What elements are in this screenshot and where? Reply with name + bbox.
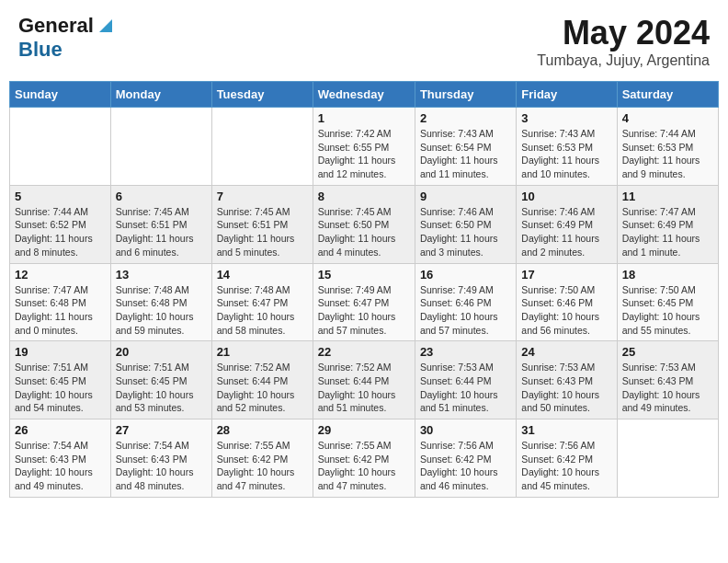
- calendar-week-row: 26Sunrise: 7:54 AMSunset: 6:43 PMDayligh…: [10, 419, 719, 498]
- calendar-day-cell: 24Sunrise: 7:53 AMSunset: 6:43 PMDayligh…: [517, 341, 617, 419]
- day-number: 7: [217, 190, 308, 203]
- day-number: 31: [521, 423, 611, 437]
- day-number: 21: [217, 345, 308, 359]
- day-number: 12: [15, 268, 106, 282]
- logo-blue-text: Blue: [18, 38, 63, 61]
- day-of-week-header: Thursday: [415, 82, 516, 108]
- calendar-day-cell: 4Sunrise: 7:44 AMSunset: 6:53 PMDaylight…: [617, 108, 718, 186]
- day-info: Sunrise: 7:56 AMSunset: 6:42 PMDaylight:…: [521, 439, 611, 493]
- calendar-day-cell: 11Sunrise: 7:47 AMSunset: 6:49 PMDayligh…: [617, 185, 718, 263]
- calendar-day-cell: 5Sunrise: 7:44 AMSunset: 6:52 PMDaylight…: [10, 185, 111, 263]
- day-info: Sunrise: 7:44 AMSunset: 6:52 PMDaylight:…: [15, 205, 106, 259]
- day-number: 22: [318, 345, 410, 359]
- day-number: 28: [217, 423, 308, 437]
- day-info: Sunrise: 7:49 AMSunset: 6:47 PMDaylight:…: [318, 283, 410, 338]
- day-number: 27: [116, 423, 207, 437]
- calendar-day-cell: 25Sunrise: 7:53 AMSunset: 6:43 PMDayligh…: [617, 341, 718, 419]
- calendar-day-cell: [211, 108, 313, 186]
- day-info: Sunrise: 7:50 AMSunset: 6:46 PMDaylight:…: [521, 283, 611, 338]
- day-number: 18: [622, 268, 713, 282]
- day-number: 11: [622, 190, 713, 203]
- day-info: Sunrise: 7:53 AMSunset: 6:43 PMDaylight:…: [521, 361, 611, 415]
- calendar-day-cell: 31Sunrise: 7:56 AMSunset: 6:42 PMDayligh…: [517, 419, 617, 498]
- day-info: Sunrise: 7:46 AMSunset: 6:50 PMDaylight:…: [420, 205, 511, 259]
- day-number: 16: [420, 268, 511, 282]
- day-info: Sunrise: 7:54 AMSunset: 6:43 PMDaylight:…: [116, 439, 207, 493]
- day-number: 30: [420, 423, 511, 437]
- page-header: General Blue May 2024 Tumbaya, Jujuy, Ar…: [9, 9, 719, 74]
- location-subtitle: Tumbaya, Jujuy, Argentina: [537, 52, 710, 69]
- day-info: Sunrise: 7:45 AMSunset: 6:50 PMDaylight:…: [318, 205, 410, 259]
- day-number: 5: [15, 190, 106, 203]
- calendar-day-cell: 13Sunrise: 7:48 AMSunset: 6:48 PMDayligh…: [110, 263, 211, 341]
- day-of-week-header: Monday: [110, 82, 211, 108]
- calendar-day-cell: 6Sunrise: 7:45 AMSunset: 6:51 PMDaylight…: [110, 185, 211, 263]
- day-number: 14: [217, 268, 308, 282]
- day-number: 9: [420, 190, 511, 203]
- day-of-week-header: Tuesday: [211, 82, 313, 108]
- day-info: Sunrise: 7:47 AMSunset: 6:49 PMDaylight:…: [622, 205, 713, 259]
- day-number: 17: [521, 268, 611, 282]
- calendar-day-cell: 22Sunrise: 7:52 AMSunset: 6:44 PMDayligh…: [313, 341, 415, 419]
- day-info: Sunrise: 7:55 AMSunset: 6:42 PMDaylight:…: [217, 439, 308, 493]
- calendar-day-cell: 14Sunrise: 7:48 AMSunset: 6:47 PMDayligh…: [211, 263, 313, 341]
- day-info: Sunrise: 7:47 AMSunset: 6:48 PMDaylight:…: [15, 283, 106, 338]
- day-info: Sunrise: 7:43 AMSunset: 6:54 PMDaylight:…: [420, 127, 511, 181]
- day-number: 8: [318, 190, 410, 203]
- logo-general-text: General: [18, 14, 94, 38]
- calendar-day-cell: 12Sunrise: 7:47 AMSunset: 6:48 PMDayligh…: [10, 263, 111, 341]
- calendar-week-row: 1Sunrise: 7:42 AMSunset: 6:55 PMDaylight…: [10, 108, 719, 186]
- day-of-week-header: Friday: [517, 82, 617, 108]
- day-of-week-header: Sunday: [10, 82, 111, 108]
- day-info: Sunrise: 7:52 AMSunset: 6:44 PMDaylight:…: [318, 361, 410, 415]
- day-info: Sunrise: 7:53 AMSunset: 6:44 PMDaylight:…: [420, 361, 511, 415]
- calendar-day-cell: [110, 108, 211, 186]
- day-info: Sunrise: 7:44 AMSunset: 6:53 PMDaylight:…: [622, 127, 713, 181]
- calendar-day-cell: 8Sunrise: 7:45 AMSunset: 6:50 PMDaylight…: [313, 185, 415, 263]
- calendar-day-cell: 21Sunrise: 7:52 AMSunset: 6:44 PMDayligh…: [211, 341, 313, 419]
- day-info: Sunrise: 7:51 AMSunset: 6:45 PMDaylight:…: [15, 361, 106, 415]
- calendar-day-cell: 2Sunrise: 7:43 AMSunset: 6:54 PMDaylight…: [415, 108, 516, 186]
- logo: General Blue: [18, 14, 116, 62]
- calendar-header-row: SundayMondayTuesdayWednesdayThursdayFrid…: [10, 82, 719, 108]
- day-of-week-header: Saturday: [617, 82, 718, 108]
- day-number: 6: [116, 190, 207, 203]
- day-of-week-header: Wednesday: [313, 82, 415, 108]
- day-number: 4: [622, 111, 713, 125]
- calendar-day-cell: 20Sunrise: 7:51 AMSunset: 6:45 PMDayligh…: [110, 341, 211, 419]
- calendar-week-row: 5Sunrise: 7:44 AMSunset: 6:52 PMDaylight…: [10, 185, 719, 263]
- month-year-title: May 2024: [537, 14, 710, 52]
- day-number: 29: [318, 423, 410, 437]
- calendar-day-cell: 1Sunrise: 7:42 AMSunset: 6:55 PMDaylight…: [313, 108, 415, 186]
- calendar-day-cell: 19Sunrise: 7:51 AMSunset: 6:45 PMDayligh…: [10, 341, 111, 419]
- calendar-day-cell: 9Sunrise: 7:46 AMSunset: 6:50 PMDaylight…: [415, 185, 516, 263]
- day-info: Sunrise: 7:50 AMSunset: 6:45 PMDaylight:…: [622, 283, 713, 338]
- day-info: Sunrise: 7:42 AMSunset: 6:55 PMDaylight:…: [318, 127, 410, 181]
- day-info: Sunrise: 7:56 AMSunset: 6:42 PMDaylight:…: [420, 439, 511, 493]
- day-number: 10: [521, 190, 611, 203]
- day-number: 2: [420, 111, 511, 125]
- day-info: Sunrise: 7:48 AMSunset: 6:48 PMDaylight:…: [116, 283, 207, 338]
- day-info: Sunrise: 7:52 AMSunset: 6:44 PMDaylight:…: [217, 361, 308, 415]
- calendar-day-cell: 16Sunrise: 7:49 AMSunset: 6:46 PMDayligh…: [415, 263, 516, 341]
- calendar-week-row: 19Sunrise: 7:51 AMSunset: 6:45 PMDayligh…: [10, 341, 719, 419]
- calendar-day-cell: 28Sunrise: 7:55 AMSunset: 6:42 PMDayligh…: [211, 419, 313, 498]
- day-number: 1: [318, 111, 410, 125]
- day-info: Sunrise: 7:51 AMSunset: 6:45 PMDaylight:…: [116, 361, 207, 415]
- day-info: Sunrise: 7:46 AMSunset: 6:49 PMDaylight:…: [521, 205, 611, 259]
- calendar-day-cell: 7Sunrise: 7:45 AMSunset: 6:51 PMDaylight…: [211, 185, 313, 263]
- calendar-day-cell: 3Sunrise: 7:43 AMSunset: 6:53 PMDaylight…: [517, 108, 617, 186]
- calendar-day-cell: 23Sunrise: 7:53 AMSunset: 6:44 PMDayligh…: [415, 341, 516, 419]
- day-number: 3: [521, 111, 611, 125]
- calendar-day-cell: 29Sunrise: 7:55 AMSunset: 6:42 PMDayligh…: [313, 419, 415, 498]
- day-info: Sunrise: 7:48 AMSunset: 6:47 PMDaylight:…: [217, 283, 308, 338]
- day-number: 26: [15, 423, 106, 437]
- day-number: 20: [116, 345, 207, 359]
- day-info: Sunrise: 7:43 AMSunset: 6:53 PMDaylight:…: [521, 127, 611, 181]
- calendar-table: SundayMondayTuesdayWednesdayThursdayFrid…: [9, 81, 719, 498]
- calendar-day-cell: 15Sunrise: 7:49 AMSunset: 6:47 PMDayligh…: [313, 263, 415, 341]
- day-info: Sunrise: 7:53 AMSunset: 6:43 PMDaylight:…: [622, 361, 713, 415]
- day-number: 19: [15, 345, 106, 359]
- svg-marker-0: [99, 19, 112, 32]
- day-info: Sunrise: 7:55 AMSunset: 6:42 PMDaylight:…: [318, 439, 410, 493]
